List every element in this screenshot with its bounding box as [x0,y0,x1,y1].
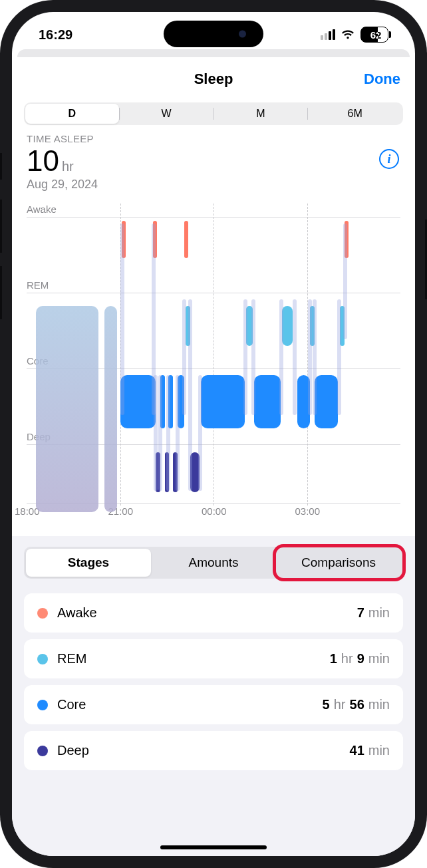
stage-name: Deep [57,743,89,758]
stage-value: 41 min [350,743,390,758]
chart-label-awake: Awake [27,204,57,215]
phone-frame: 16:29 62 Sleep Done DWM6M [0,0,427,868]
x-tick-label: 00:00 [202,506,227,517]
summary-label: TIME ASLEEP [27,133,400,144]
summary-unit: hr [62,159,74,174]
stage-name: REM [57,651,86,666]
status-time: 16:29 [39,27,72,43]
view-tab-stages[interactable]: Stages [26,549,151,577]
period-segmented-control[interactable]: DWM6M [24,102,403,125]
period-tab-6m[interactable]: 6M [308,104,402,124]
period-tab-m[interactable]: M [214,104,308,124]
period-tab-d[interactable]: D [25,104,119,124]
chart-bar-rem [282,306,293,346]
dynamic-island [164,21,263,47]
dot-icon [37,608,48,619]
summary-value: 10 [27,144,59,178]
chart-bar-inbed [36,306,98,512]
page-title: Sleep [194,71,233,88]
stage-row-deep[interactable]: Deep41 min [24,731,403,770]
status-bar: 16:29 62 [12,12,415,49]
view-tab-amounts[interactable]: Amounts [151,549,276,577]
home-indicator[interactable] [160,845,267,849]
dot-icon [37,654,48,664]
chart-bar-awake [184,221,188,258]
dot-icon [37,700,48,710]
stage-value: 1 hr9 min [330,651,390,666]
cellular-icon [321,29,335,40]
wifi-icon [341,29,355,40]
battery-icon: 62 [360,27,391,43]
chart-bar-core [201,375,245,428]
modal-header: Sleep Done [12,57,415,102]
period-tab-w[interactable]: W [120,104,214,124]
sheet-background-peek [17,49,410,57]
stage-list: Awake7 minREM1 hr9 minCore5 hr56 minDeep… [24,593,403,770]
chart-bar-core [254,375,281,428]
stage-value: 7 min [357,605,390,621]
stage-row-awake[interactable]: Awake7 min [24,593,403,633]
dot-icon [37,746,48,756]
x-tick-label: 03:00 [295,506,321,517]
info-icon[interactable]: i [379,149,399,169]
stage-name: Core [57,697,86,712]
summary-date: Aug 29, 2024 [27,178,400,192]
chart-bar-inbed [104,306,117,512]
chart-bar-core [315,375,338,428]
chart-bar-core [120,375,156,428]
stage-value: 5 hr56 min [323,697,390,712]
screen: 16:29 62 Sleep Done DWM6M [12,12,415,856]
view-segmented-control[interactable]: StagesAmountsComparisons [24,547,403,579]
stage-row-core[interactable]: Core5 hr56 min [24,685,403,724]
view-tab-comparisons[interactable]: Comparisons [276,549,401,577]
stage-name: Awake [57,605,97,621]
done-button[interactable]: Done [364,71,400,88]
summary-block: TIME ASLEEP 10 hr Aug 29, 2024 i [12,133,415,192]
chart-label-rem: REM [27,279,49,291]
stage-row-rem[interactable]: REM1 hr9 min [24,639,403,678]
lower-panel: StagesAmountsComparisons Awake7 minREM1 … [12,536,415,856]
sleep-stages-chart[interactable]: Awake REM Core Deep 18:0021:0000:0003:00 [27,201,400,503]
